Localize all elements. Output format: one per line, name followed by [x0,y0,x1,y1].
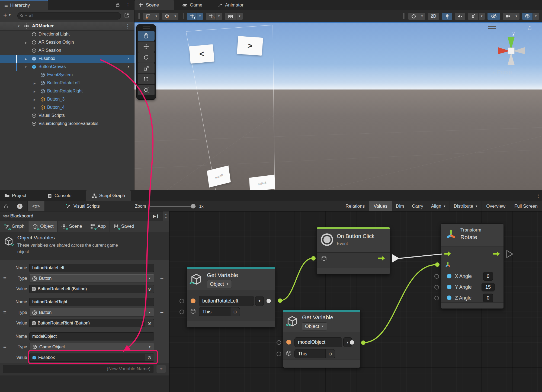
toggle-2d-button[interactable]: 2D [428,12,440,20]
zoom-slider[interactable] [150,206,196,207]
prefab-open-arrow-icon[interactable]: › [127,55,129,61]
scene-menu-icon[interactable]: ⋮ [125,23,130,29]
fullscreen-button[interactable]: Full Screen [510,201,542,211]
scene-visibility-button[interactable] [487,12,500,20]
variable-scope-dropdown[interactable]: Object▼ [302,322,327,330]
hierarchy-item-ar-session-origin[interactable]: ▶ AR Session Origin [0,38,134,47]
panel-menu-icon[interactable]: ⋮ [536,193,541,199]
hierarchy-item-buttoncanvas[interactable]: ▼ ButtonCanvas › [0,63,134,71]
scope-tab-graph[interactable]: <> Graph [0,221,28,232]
tab-scene[interactable]: Scene [134,0,174,10]
distribute-button[interactable]: Distribute▼ [450,201,482,211]
rotate-tool-button[interactable] [138,52,155,63]
hierarchy-item-fusebox[interactable]: ▶ Fusebox › [0,55,134,63]
orientation-gizmo[interactable]: y x [490,28,534,74]
dim-button[interactable]: Dim [392,201,408,211]
gameobject-port-icon[interactable] [321,255,327,261]
code-view-button[interactable]: <x> [28,201,45,211]
target-field[interactable]: This ⊙ [294,349,335,358]
overlay-drag-handle[interactable] [137,25,156,30]
object-picker-icon[interactable]: ⊙ [145,319,154,327]
tab-game[interactable]: Game [178,0,207,10]
port-ring[interactable] [179,310,184,314]
target-field[interactable]: This ⊙ [199,307,240,316]
scene-button-left[interactable]: < [189,44,214,63]
gameobject-port-icon[interactable] [190,308,196,314]
hierarchy-item-eventsystem[interactable]: EventSystem [0,71,134,79]
carry-button[interactable]: Carry [408,201,427,211]
node-on-button-click[interactable]: On Button Click Event [316,227,390,274]
scene-root-row[interactable]: ▼ ARMarker ⋮ [0,22,134,31]
hierarchy-menu-icon[interactable]: ⋮ [126,2,130,8]
foldout-collapsed-icon[interactable]: ▶ [34,90,36,93]
z-angle-port[interactable] [447,295,451,300]
increment-snap-button[interactable]: ▼ [206,12,222,20]
flow-output-arrow-icon[interactable] [492,251,501,257]
variable-name-dropdown[interactable]: modelObject [294,337,342,347]
prefab-open-arrow-icon[interactable]: › [127,63,129,69]
scale-tool-button[interactable] [138,63,155,73]
overview-button[interactable]: Overview [482,201,510,211]
hierarchy-item-button4[interactable]: ▶ Button_4 [0,104,134,112]
rect-tool-button[interactable] [138,74,155,84]
scope-tab-scene[interactable]: <> Scene [57,221,86,232]
object-picker-icon[interactable]: ⊙ [230,307,240,316]
variable-type-dropdown[interactable]: Game Object ▼ [29,343,154,351]
tab-script-graph[interactable]: Script Graph [86,190,131,201]
scene-viewport[interactable]: < > Button Button [134,22,542,190]
move-tool-button[interactable] [138,41,155,52]
audio-mute-button[interactable] [455,12,466,20]
remove-variable-button[interactable]: − [158,343,166,351]
graph-canvas[interactable]: <> Get Variable Object▼ buttonRotateLeft… [169,211,542,392]
create-button[interactable]: + ▼ [3,12,11,18]
remove-variable-button[interactable]: − [158,274,166,282]
flow-input-arrow-icon[interactable] [444,251,452,257]
scope-tab-app[interactable]: <> App [86,221,110,232]
foldout-expanded-icon[interactable]: ▼ [17,25,20,28]
search-field[interactable]: ▼ [17,12,121,20]
object-picker-icon[interactable]: ⊙ [145,285,154,293]
variable-port-icon[interactable] [286,340,291,345]
variable-type-dropdown[interactable]: Button ▼ [29,309,154,317]
transform-port-icon[interactable] [445,262,451,268]
tab-project[interactable]: Project [0,190,31,201]
variable-value-field-fusebox[interactable]: Fusebox ⊙ [29,354,154,362]
perspective-toggle[interactable]: ‹ Persp [493,69,512,75]
output-port[interactable] [350,340,354,345]
port-ring[interactable] [179,299,184,303]
snap-settings-button[interactable]: ▼ [225,12,243,20]
z-angle-value[interactable]: 0 [483,294,493,302]
variable-name-input[interactable] [29,264,154,272]
dock-toggle-icon[interactable]: ▶❙ [153,214,159,218]
tab-console[interactable]: Console [43,190,76,201]
x-angle-port[interactable] [447,274,451,278]
output-port[interactable] [267,299,271,303]
scope-tab-object[interactable]: <> Object [28,221,57,232]
viewport-lock-icon[interactable] [527,25,532,31]
camera-settings-button[interactable]: ▼ [502,12,520,20]
add-variable-button[interactable]: + [156,365,166,373]
effects-button[interactable]: ▼ [468,12,485,20]
node-get-variable-model[interactable]: <> Get Variable Object▼ modelObject ▼ Th… [283,310,361,368]
object-picker-icon[interactable]: ⊙ [325,349,335,358]
gizmos-button[interactable]: ▼ [522,12,539,20]
foldout-collapsed-icon[interactable]: ▶ [25,57,27,60]
scene-button-right[interactable]: > [237,36,263,56]
x-angle-value[interactable]: 0 [483,272,493,281]
port-ring[interactable] [277,340,281,345]
grid-snapping-button[interactable]: Y ▼ [187,12,203,20]
y-angle-port[interactable] [447,285,451,289]
variable-port-icon[interactable] [191,298,195,303]
foldout-collapsed-icon[interactable]: ▶ [34,98,36,101]
tool-handle-rotation-button[interactable]: ▼ [162,12,179,20]
graph-breadcrumb[interactable]: Visual Scripts [65,204,100,209]
hierarchy-item-visual-scripts[interactable]: Visual Scripts [0,112,134,120]
values-button[interactable]: Values [369,201,392,211]
hierarchy-item-buttonrotateright[interactable]: ▶ ButtonRotateRight [0,87,134,95]
scroll-down-icon[interactable]: ▼ [165,217,167,219]
foldout-collapsed-icon[interactable]: ▶ [25,41,27,44]
port-ring[interactable] [434,296,439,300]
new-variable-input[interactable] [3,365,153,373]
variable-name-dropdown[interactable]: buttonRotateLeft [199,296,254,306]
search-input[interactable] [28,13,118,18]
